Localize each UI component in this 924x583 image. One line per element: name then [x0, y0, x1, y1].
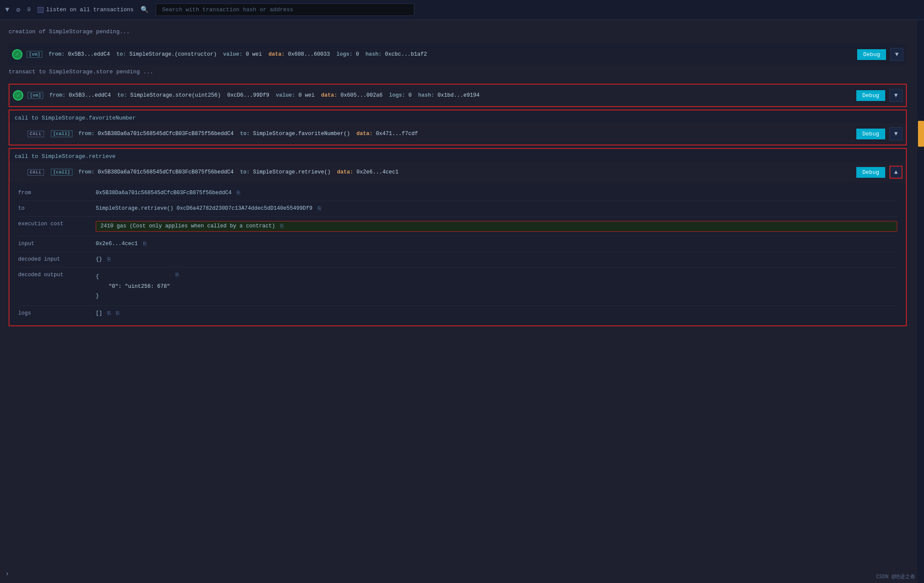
to-val: SimpleStorage.retrieve() 0xcD6a42782d230…	[96, 205, 897, 212]
block-icon[interactable]: ⊘	[16, 6, 21, 14]
decoded-output-block: { "0": "uint256: 678" }	[96, 272, 170, 301]
copy-logs-icon-1[interactable]: ⎘	[107, 310, 111, 317]
success-icon-2: ✓	[13, 90, 23, 101]
decoded-input-key: decoded input	[18, 256, 87, 262]
debug-button-1[interactable]: Debug	[857, 49, 886, 60]
main-content: creation of SimpleStorage pending... ✓ […	[0, 20, 924, 335]
listen-all-label: listen on all transactions	[46, 6, 134, 13]
success-icon: ✓	[12, 49, 22, 60]
decoded-output-key: decoded output	[18, 272, 87, 278]
call-favoritenumber-header: call to SimpleStorage.favoriteNumber	[9, 110, 906, 123]
call-favoritenumber-block: call to SimpleStorage.favoriteNumber CAL…	[9, 110, 907, 145]
copy-execution-cost-icon[interactable]: ⎘	[280, 223, 284, 230]
footer-text: CSDN @绝迹之春	[876, 574, 915, 580]
from-key: from	[18, 190, 87, 196]
to-address: SimpleStorage.retrieve() 0xcD6a42782d230…	[96, 205, 313, 211]
copy-from-icon[interactable]: ⎘	[237, 190, 240, 196]
call-favoritenumber-detail: from: 0x5B38Da6a701c568545dCfcB03FcB875f…	[78, 130, 852, 138]
scrollbar-track	[917, 0, 924, 583]
tx-constructor-detail: from: 0x5B3...eddC4 to: SimpleStorage.(c…	[48, 50, 853, 59]
decoded-output-close: }	[96, 291, 170, 301]
copy-to-icon[interactable]: ⎘	[318, 205, 321, 212]
listen-all-checkbox[interactable]	[38, 7, 44, 13]
debug-button-2[interactable]: Debug	[856, 90, 885, 101]
decoded-output-entry: "0": "uint256: 678"	[96, 282, 170, 292]
detail-input-row: input 0x2e6...4cec1 ⎘	[18, 236, 897, 252]
chevron-down-2[interactable]: ▼	[890, 89, 902, 102]
retrieve-detail-table: from 0x5B38Da6a701c568545dCfcB03FcB875f5…	[9, 183, 906, 325]
copy-logs-icon-2[interactable]: ⎘	[116, 310, 119, 317]
tx-store-block: ✓ [vm] from: 0x5B3...eddC4 to: SimpleSto…	[9, 84, 907, 107]
copy-decoded-input-icon[interactable]: ⎘	[107, 256, 111, 263]
input-text: 0x2e6...4cec1	[96, 241, 138, 247]
footer: CSDN @绝迹之春	[876, 570, 915, 583]
execution-cost-key: execution cost	[18, 221, 87, 227]
detail-decoded-input-row: decoded input {} ⎘	[18, 252, 897, 268]
detail-logs-row: logs [] ⎘ ⎘	[18, 306, 897, 321]
tx-count: 0	[27, 6, 31, 13]
call-retrieve-detail: from: 0x5B38Da6a701c568545dCfcB03FcB875f…	[78, 168, 852, 176]
dropdown-icon[interactable]: ▼	[5, 6, 9, 14]
scrollbar-thumb[interactable]	[918, 121, 924, 147]
call-retrieve-row: CALL [call] from: 0x5B38Da6a701c568545dC…	[9, 161, 906, 183]
tx-store-detail: from: 0x5B3...eddC4 to: SimpleStorage.st…	[49, 91, 852, 100]
logs-bracket-icon: []	[96, 310, 102, 316]
logs-icons: [] ⎘ ⎘	[96, 310, 119, 317]
vm-label: [vm]	[27, 51, 42, 58]
detail-execution-cost-row: execution cost 2410 gas (Cost only appli…	[18, 217, 897, 236]
pending-store: transact to SimpleStorage.store pending …	[9, 66, 907, 78]
debug-button-3[interactable]: Debug	[856, 129, 885, 139]
call-retrieve-block: call to SimpleStorage.retrieve CALL [cal…	[9, 148, 907, 326]
tx-constructor-row: ✓ [vm] from: 0x5B3...eddC4 to: SimpleSto…	[9, 44, 907, 65]
call-retrieve-header: call to SimpleStorage.retrieve	[9, 149, 906, 161]
vm-label-2: [vm]	[28, 92, 43, 99]
copy-decoded-output-icon[interactable]: ⎘	[175, 272, 179, 278]
input-val: 0x2e6...4cec1 ⎘	[96, 241, 897, 247]
logs-key: logs	[18, 310, 87, 316]
call-bracket-1: [call]	[51, 130, 72, 137]
decoded-input-val: {} ⎘	[96, 256, 897, 263]
topbar: ▼ ⊘ 0 listen on all transactions 🔍	[0, 0, 924, 20]
chevron-down-1[interactable]: ▼	[890, 48, 903, 61]
decoded-input-text: {}	[96, 256, 102, 262]
pending-creation: creation of SimpleStorage pending...	[9, 26, 907, 38]
chevron-up-4[interactable]: ▲	[890, 166, 902, 179]
call-bracket-2: [call]	[51, 169, 72, 176]
execution-cost-val: 2410 gas (Cost only applies when called …	[96, 221, 897, 232]
decoded-output-val: { "0": "uint256: 678" } ⎘	[96, 272, 897, 301]
listen-all-checkbox-label[interactable]: listen on all transactions	[38, 6, 134, 13]
execution-cost-text: 2410 gas (Cost only applies when called …	[100, 223, 275, 229]
copy-input-icon[interactable]: ⎘	[143, 241, 147, 247]
logs-val: [] ⎘ ⎘	[96, 310, 897, 317]
search-input[interactable]	[156, 3, 414, 16]
from-val: 0x5B38Da6a701c568545dCfcB03FcB875f56bedd…	[96, 190, 897, 196]
left-arrow-icon[interactable]: ›	[5, 570, 9, 578]
detail-from-row: from 0x5B38Da6a701c568545dCfcB03FcB875f5…	[18, 186, 897, 201]
decoded-output-open: {	[96, 272, 170, 282]
search-icon: 🔍	[141, 6, 149, 14]
call-label-1: CALL	[28, 131, 44, 137]
input-key: input	[18, 241, 87, 247]
tx-store-row: ✓ [vm] from: 0x5B3...eddC4 to: SimpleSto…	[9, 85, 906, 106]
detail-decoded-output-row: decoded output { "0": "uint256: 678" } ⎘	[18, 268, 897, 306]
chevron-down-3[interactable]: ▼	[890, 127, 902, 140]
call-favoritenumber-row: CALL [call] from: 0x5B38Da6a701c568545dC…	[9, 123, 906, 145]
debug-button-4[interactable]: Debug	[856, 167, 885, 178]
from-address: 0x5B38Da6a701c568545dCfcB03FcB875f56bedd…	[96, 190, 232, 196]
call-label-2: CALL	[28, 169, 44, 176]
to-key: to	[18, 205, 87, 211]
detail-to-row: to SimpleStorage.retrieve() 0xcD6a42782d…	[18, 201, 897, 217]
